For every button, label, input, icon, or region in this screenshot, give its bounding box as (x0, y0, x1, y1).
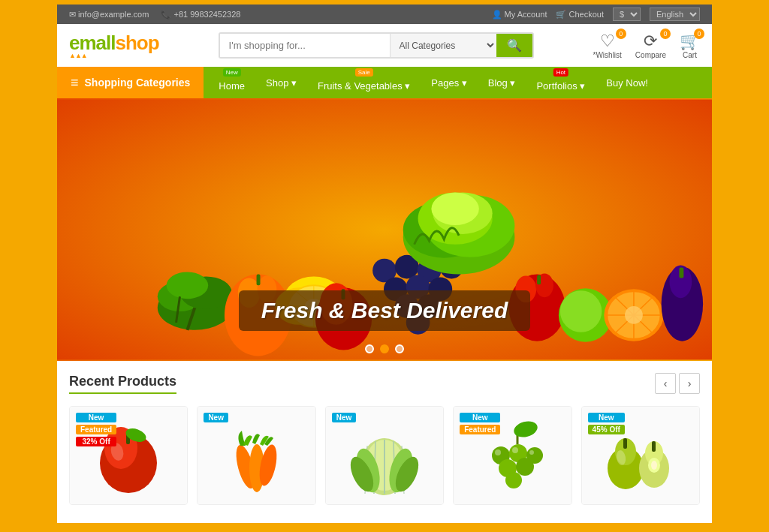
nav-item-fruits[interactable]: Sale Fruits & Vegetables ▾ (309, 70, 419, 96)
svg-point-92 (651, 461, 657, 470)
slider-dots (365, 344, 404, 353)
hero-slider: Fresh & Best Delivered (57, 98, 712, 361)
nav-item-portfolios[interactable]: Hot Portfolios ▾ (527, 70, 594, 96)
top-bar: ✉ info@example.com 📞 +81 99832452328 👤 M… (57, 5, 712, 24)
language-select[interactable]: English French (650, 8, 700, 21)
recent-products-section: Recent Products ‹ › New Featured 32% Off (57, 361, 712, 523)
featured-badge-grapes: Featured (460, 425, 500, 434)
new-badge-grapes: New (460, 413, 500, 422)
nav-link-buynow[interactable]: Buy Now! (597, 73, 657, 93)
next-arrow[interactable]: › (679, 373, 700, 394)
prev-arrow[interactable]: ‹ (655, 373, 676, 394)
shopping-categories-button[interactable]: ≡ Shopping Categories (57, 67, 204, 98)
product-card-pear[interactable]: New 45% Off (581, 406, 700, 505)
svg-rect-93 (652, 441, 656, 452)
header: emallshop ▲▲▲ All Categories Fruits & Ve… (57, 24, 712, 67)
nav-link-shop[interactable]: Shop ▾ (257, 73, 306, 93)
product-card-cabbage[interactable]: New (325, 406, 444, 505)
compare-icon-item[interactable]: ⟳ 0 Compare (635, 32, 666, 59)
products-grid: New Featured 32% Off New (69, 406, 700, 505)
wishlist-icon-item[interactable]: ♡ 0 *Wishlist (593, 32, 622, 59)
wishlist-badge: 0 (616, 29, 626, 39)
new-badge-pear: New (588, 413, 625, 422)
hamburger-icon: ≡ (71, 75, 79, 91)
product-badges-grapes: New Featured (460, 413, 500, 434)
nav-item-buynow[interactable]: Buy Now! (597, 73, 657, 93)
svg-rect-43 (537, 275, 541, 284)
nav-bar: ≡ Shopping Categories New Home Shop ▾ Sa… (57, 67, 712, 98)
section-header: Recent Products ‹ › (69, 373, 700, 394)
product-badges-carrots: New (204, 413, 228, 422)
nav-links: New Home Shop ▾ Sale Fruits & Vegetables… (204, 67, 663, 98)
wishlist-label: *Wishlist (593, 51, 622, 59)
product-badges-apple: New Featured 32% Off (76, 413, 116, 446)
svg-point-39 (431, 192, 478, 225)
svg-point-45 (560, 290, 602, 332)
svg-point-83 (529, 450, 534, 455)
search-bar: All Categories Fruits & Vegetables Dairy… (219, 32, 534, 59)
svg-rect-88 (623, 438, 627, 449)
product-card-carrots[interactable]: New (197, 406, 315, 505)
nav-link-blog[interactable]: Blog ▾ (479, 73, 525, 93)
search-button[interactable]: 🔍 (496, 34, 532, 57)
product-card-grapes[interactable]: New Featured (453, 406, 571, 505)
svg-point-82 (512, 447, 518, 453)
home-badge: New (223, 68, 241, 77)
featured-badge: Featured (76, 425, 116, 434)
shopping-categories-label: Shopping Categories (85, 77, 191, 89)
nav-item-shop[interactable]: Shop ▾ (257, 73, 306, 93)
hero-text-banner: Fresh & Best Delivered (239, 290, 530, 331)
category-select[interactable]: All Categories Fruits & Vegetables Dairy (390, 34, 496, 57)
compare-badge: 0 (660, 29, 671, 39)
nav-item-blog[interactable]: Blog ▾ (479, 73, 525, 93)
my-account-link[interactable]: 👤 My Account (492, 10, 547, 20)
top-bar-right: 👤 My Account 🛒 Checkout $ € English Fren… (492, 8, 700, 21)
svg-rect-10 (257, 274, 261, 285)
cart-label: Cart (680, 51, 700, 59)
logo[interactable]: emallshop ▲▲▲ (69, 32, 159, 59)
slider-dot-1[interactable] (365, 344, 374, 353)
header-icons: ♡ 0 *Wishlist ⟳ 0 Compare 🛒 0 Cart (593, 32, 700, 59)
nav-item-pages[interactable]: Pages ▾ (422, 73, 475, 93)
email-info: ✉ info@example.com (69, 10, 149, 20)
svg-point-52 (625, 306, 643, 324)
fruits-badge: Sale (355, 68, 373, 77)
new-badge-cabbage: New (332, 413, 357, 422)
compare-label: Compare (635, 51, 666, 59)
checkout-link[interactable]: 🛒 Checkout (556, 10, 604, 20)
svg-point-80 (505, 472, 522, 488)
slider-dot-2[interactable] (380, 344, 389, 353)
nav-arrows: ‹ › (655, 373, 700, 394)
currency-select[interactable]: $ € (613, 8, 641, 21)
svg-point-79 (516, 458, 534, 476)
new-badge: New (76, 413, 116, 422)
top-bar-left: ✉ info@example.com 📞 +81 99832452328 (69, 10, 240, 20)
svg-rect-55 (679, 268, 683, 278)
svg-point-4 (167, 272, 208, 299)
product-badges-cabbage: New (332, 413, 357, 422)
cart-icon-item[interactable]: 🛒 0 Cart (680, 32, 700, 59)
product-card-apple[interactable]: New Featured 32% Off (69, 406, 188, 505)
section-title: Recent Products (69, 374, 176, 394)
search-input[interactable] (220, 34, 390, 57)
slider-dot-3[interactable] (395, 344, 404, 353)
nav-item-home[interactable]: New Home (210, 70, 254, 96)
product-badges-pear: New 45% Off (588, 413, 625, 434)
svg-point-81 (495, 449, 501, 455)
off-badge-pear: 45% Off (588, 425, 625, 434)
nav-link-pages[interactable]: Pages ▾ (422, 73, 475, 93)
phone-info: 📞 +81 99832452328 (161, 10, 240, 20)
new-badge-carrots: New (204, 413, 228, 422)
sale-badge: 32% Off (76, 437, 116, 446)
svg-point-85 (512, 419, 539, 440)
portfolios-badge: Hot (553, 68, 568, 77)
cart-badge: 0 (694, 29, 704, 39)
